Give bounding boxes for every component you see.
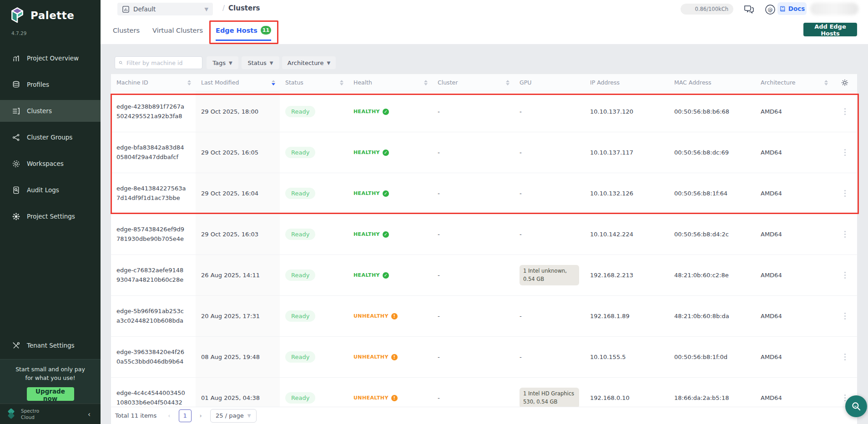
add-edge-hosts-button[interactable]: Add Edge Hosts <box>803 23 857 36</box>
column-header-architecture[interactable]: Architecture <box>755 74 833 91</box>
column-header-health[interactable]: Health <box>348 74 432 91</box>
tab-bar: ClustersVirtual ClustersEdge Hosts11 <box>113 26 271 41</box>
sidebar-item-project-overview[interactable]: Project Overview <box>0 47 101 69</box>
table-row[interactable]: edge-c76832aefe914893047a48210b60c28e 26… <box>111 255 857 296</box>
cell-ip-address: 192.168.2.213 <box>585 255 669 295</box>
next-page-button[interactable]: › <box>197 412 205 419</box>
upgrade-now-button[interactable]: Upgrade now <box>27 387 74 401</box>
machine-search <box>115 56 202 69</box>
table-settings-gear-icon[interactable] <box>833 74 857 91</box>
table-header-row: Machine IDLast ModifiedStatusHealthClust… <box>111 74 857 91</box>
content-area: Tags▼Status▼Architecture▼ Machine IDLast… <box>101 44 868 424</box>
cell-architecture: AMD64 <box>755 132 833 173</box>
tab-edge-hosts[interactable]: Edge Hosts11 <box>216 26 271 41</box>
cell-gpu: 1 Intel unknown, 0.54 GB <box>514 255 585 295</box>
cell-machine-id: edge-8e41384227563a7d14df9f1d1ac73bbe <box>111 173 196 214</box>
sidebar-item-cluster-groups[interactable]: Cluster Groups <box>0 126 101 148</box>
cell-gpu: - <box>514 91 585 132</box>
tab-count-badge: 11 <box>261 26 271 35</box>
total-items-label: Total 11 items <box>115 412 156 419</box>
cell-health: HEALTHY✓ <box>348 173 432 214</box>
cell-mac-address: 48:21:0b:60:8b:da <box>669 296 755 336</box>
filter-status-button[interactable]: Status▼ <box>242 56 279 69</box>
search-input[interactable] <box>126 59 198 67</box>
table-row[interactable]: edge-bfa83842a83d8405804f29a47ddbafcf 29… <box>111 132 857 173</box>
row-menu-icon[interactable] <box>838 272 852 279</box>
row-menu-icon[interactable] <box>838 190 852 197</box>
filter-tags-button[interactable]: Tags▼ <box>207 56 238 69</box>
health-badge: HEALTHY✓ <box>353 231 389 238</box>
health-badge: HEALTHY✓ <box>353 272 389 279</box>
table-row[interactable]: edge-857438426ef9d9781930dbe90b705e4e 29… <box>111 214 857 255</box>
column-header-last-modified[interactable]: Last Modified <box>196 74 280 91</box>
brand-name: Palette <box>30 10 74 21</box>
table-row[interactable]: edge-8e41384227563a7d14df9f1d1ac73bbe 29… <box>111 173 857 214</box>
sidebar-item-project-settings[interactable]: Project Settings <box>0 205 101 227</box>
mention-icon[interactable]: @ <box>765 4 777 16</box>
column-header-machine-id[interactable]: Machine ID <box>111 74 196 91</box>
health-status-icon: ✓ <box>383 150 389 156</box>
column-label: Architecture <box>761 79 796 86</box>
cell-health: HEALTHY✓ <box>348 91 432 132</box>
cell-ip-address: 10.10.137.120 <box>585 91 669 132</box>
cell-ip-address: 10.10.137.117 <box>585 132 669 173</box>
docs-button[interactable]: Docs <box>777 2 807 15</box>
sidebar-item-workspaces[interactable]: Workspaces <box>0 153 101 175</box>
chat-icon[interactable] <box>743 4 755 16</box>
cell-last-modified: 29 Oct 2025, 16:03 <box>196 214 280 254</box>
user-menu-blurred[interactable] <box>810 3 858 15</box>
prev-page-button[interactable]: ‹ <box>165 412 173 419</box>
tab-clusters[interactable]: Clusters <box>113 26 140 41</box>
filter-architecture-button[interactable]: Architecture▼ <box>282 56 336 69</box>
cell-mac-address: 00:50:56:b8:1f:0d <box>669 337 755 377</box>
project-selector[interactable]: Default ▼ <box>117 3 213 15</box>
column-label: IP Address <box>590 79 620 86</box>
gpu-badge: 1 Intel unknown, 0.54 GB <box>520 265 579 286</box>
cell-actions <box>833 91 857 132</box>
palette-logo-icon <box>8 5 26 25</box>
column-header-cluster[interactable]: Cluster <box>432 74 514 91</box>
cell-ip-address: 192.168.0.10 <box>585 378 669 407</box>
cell-status: Ready <box>280 214 348 254</box>
tab-label: Clusters <box>113 27 140 34</box>
sort-icon <box>424 80 428 85</box>
status-badge: Ready <box>285 392 315 404</box>
row-menu-icon[interactable] <box>838 108 852 115</box>
cluster-groups-icon <box>12 133 20 142</box>
sidebar-item-clusters[interactable]: Clusters <box>0 100 101 122</box>
table-row[interactable]: edge-5b96f691ab253ca3c02448210b608bda 20… <box>111 296 857 337</box>
sidebar-item-tenant-settings[interactable]: Tenant Settings <box>0 334 101 356</box>
sidebar-collapse-icon[interactable]: ‹ <box>88 410 91 419</box>
table-row[interactable]: edge-396338420e4f260a55c3bbd046db9b64 08… <box>111 337 857 378</box>
cell-ip-address: 192.168.1.89 <box>585 296 669 336</box>
filter-label: Tags <box>212 60 226 66</box>
table-row[interactable]: edge-4238b891f7267a5024295521a92b3fa8 29… <box>111 91 857 132</box>
row-menu-icon[interactable] <box>838 313 852 319</box>
project-selector-label: Default <box>133 5 156 13</box>
gpu-badge: 1 Intel HD Graphics 530, 0.54 GB <box>520 388 579 407</box>
breadcrumb: / Clusters <box>222 4 260 12</box>
tenant-settings-icon <box>12 341 20 350</box>
cell-status: Ready <box>280 296 348 336</box>
row-menu-icon[interactable] <box>838 354 852 360</box>
sidebar-item-label: Tenant Settings <box>27 342 75 349</box>
help-widget-button[interactable] <box>845 395 867 417</box>
column-header-status[interactable]: Status <box>280 74 348 91</box>
sidebar-item-label: Workspaces <box>27 160 64 167</box>
table-row[interactable]: edge-4c4c4544003450108033b6e04f504432 01… <box>111 378 857 407</box>
page-number[interactable]: 1 <box>179 409 192 422</box>
row-menu-icon[interactable] <box>838 231 852 238</box>
breadcrumb-separator: / <box>222 4 225 12</box>
cell-cluster: - <box>432 173 514 214</box>
sidebar-item-audit-logs[interactable]: Audit Logs <box>0 179 101 201</box>
tab-virtual-clusters[interactable]: Virtual Clusters <box>152 26 203 41</box>
health-badge: UNHEALTHY! <box>353 354 398 360</box>
cell-status: Ready <box>280 378 348 407</box>
cell-machine-id: edge-857438426ef9d9781930dbe90b705e4e <box>111 214 196 254</box>
sidebar-item-profiles[interactable]: Profiles <box>0 74 101 95</box>
project-icon <box>122 5 130 13</box>
cell-actions <box>833 255 857 295</box>
row-menu-icon[interactable] <box>838 149 852 156</box>
page-size-select[interactable]: 25 / page ▼ <box>210 409 257 423</box>
cell-architecture: AMD64 <box>755 296 833 336</box>
